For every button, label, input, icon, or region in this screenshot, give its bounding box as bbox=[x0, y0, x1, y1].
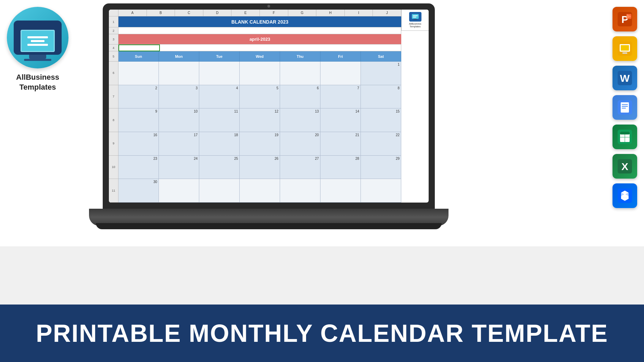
ss-body: 1 BLANK CALENDAR 2023 2 3 ap bbox=[109, 16, 429, 203]
row-2-cell bbox=[118, 27, 401, 34]
week-row-1: 6 1 bbox=[109, 62, 429, 85]
row-3-num: 3 bbox=[109, 34, 118, 44]
day-headers-row: 5 Sun Mon Tue Wed Thu Fri Sat bbox=[109, 51, 429, 62]
logo-stand bbox=[29, 55, 46, 59]
week2-wed: 5 bbox=[240, 85, 280, 109]
spreadsheet-title: BLANK CALENDAR 2023 bbox=[231, 19, 288, 25]
week6-sun: 30 bbox=[118, 179, 159, 203]
week6-wed bbox=[240, 179, 280, 203]
week2-sun: 2 bbox=[118, 85, 159, 109]
week1-fri bbox=[320, 62, 361, 85]
week5-mon: 24 bbox=[159, 156, 199, 179]
day-9: 9 bbox=[155, 109, 157, 113]
row-4: 4 bbox=[109, 44, 429, 51]
row-5-num: 5 bbox=[109, 51, 118, 62]
month-header-row: 3 april-2023 bbox=[109, 34, 429, 44]
powerpoint-icon[interactable]: P bbox=[613, 7, 637, 31]
week5-sun: 23 bbox=[118, 156, 159, 179]
day-28: 28 bbox=[355, 157, 359, 160]
svg-rect-1 bbox=[413, 15, 418, 16]
svg-rect-22 bbox=[620, 132, 630, 134]
week4-mon: 17 bbox=[159, 132, 199, 156]
svg-rect-4 bbox=[413, 20, 417, 20]
week2-tue: 4 bbox=[199, 85, 240, 109]
day-18: 18 bbox=[234, 133, 238, 137]
logo-base bbox=[24, 59, 51, 61]
day-16: 16 bbox=[153, 133, 157, 137]
day-27: 27 bbox=[315, 157, 319, 160]
row-2: 2 bbox=[109, 27, 429, 34]
week1-wed bbox=[240, 62, 280, 85]
row-num-spacer bbox=[109, 10, 118, 16]
col-header-f: F bbox=[260, 10, 288, 16]
logo-line-1 bbox=[27, 36, 48, 38]
ss-logo: AllBusinessTemplates bbox=[401, 10, 429, 31]
day-6: 6 bbox=[317, 86, 319, 90]
day-11: 11 bbox=[234, 109, 238, 113]
day-12: 12 bbox=[275, 109, 278, 113]
logo-line-3 bbox=[27, 44, 48, 46]
bottom-banner: PRINTABLE MONTHLY CALENDAR TEMPLATE bbox=[0, 305, 644, 362]
day-2: 2 bbox=[155, 86, 157, 90]
week6-sat bbox=[361, 179, 401, 203]
week-3-rownum: 8 bbox=[109, 108, 118, 132]
svg-rect-16 bbox=[621, 102, 629, 113]
day-header-thu: Thu bbox=[280, 51, 320, 62]
col-header-h: H bbox=[316, 10, 345, 16]
col-header-b: B bbox=[147, 10, 175, 16]
day-21: 21 bbox=[355, 133, 359, 137]
week-4-rownum: 9 bbox=[109, 132, 118, 156]
svg-rect-17 bbox=[622, 104, 628, 105]
week5-thu: 27 bbox=[280, 156, 320, 179]
week6-mon bbox=[159, 179, 199, 203]
week1-tue bbox=[199, 62, 240, 85]
week6-thu bbox=[280, 179, 320, 203]
week6-fri bbox=[320, 179, 361, 203]
week5-sat: 29 bbox=[361, 156, 401, 179]
col-header-e: E bbox=[231, 10, 260, 16]
logo-line-2 bbox=[31, 40, 45, 42]
week5-wed: 26 bbox=[240, 156, 280, 179]
word-icon[interactable]: W bbox=[613, 66, 637, 90]
google-sheets-icon[interactable] bbox=[613, 125, 637, 149]
week6-tue bbox=[199, 179, 240, 203]
excel-icon[interactable]: X bbox=[613, 154, 637, 179]
week-row-2: 7 2 3 4 5 6 7 8 bbox=[109, 85, 429, 109]
day-header-wed: Wed bbox=[240, 51, 280, 62]
day-13: 13 bbox=[315, 109, 319, 113]
banner-text: PRINTABLE MONTHLY CALENDAR TEMPLATE bbox=[36, 319, 608, 347]
day-header-tue: Tue bbox=[199, 51, 240, 62]
day-7: 7 bbox=[357, 86, 359, 90]
logo-circle bbox=[7, 7, 68, 68]
col-header-c: C bbox=[175, 10, 203, 16]
day-8: 8 bbox=[397, 86, 400, 90]
week-2-rownum: 7 bbox=[109, 85, 118, 109]
week4-sun: 16 bbox=[118, 132, 159, 156]
day-10: 10 bbox=[194, 109, 198, 113]
google-slides-icon[interactable] bbox=[613, 36, 637, 61]
week4-fri: 21 bbox=[320, 132, 361, 156]
week2-mon: 3 bbox=[159, 85, 199, 109]
day-30: 30 bbox=[153, 180, 157, 184]
week-1-rownum: 6 bbox=[109, 62, 118, 85]
week-row-5: 10 23 24 25 26 27 28 29 bbox=[109, 156, 429, 179]
svg-text:W: W bbox=[620, 73, 630, 84]
svg-rect-2 bbox=[413, 17, 416, 17]
title-row: 1 BLANK CALENDAR 2023 bbox=[109, 16, 429, 27]
day-header-sun: Sun bbox=[118, 51, 159, 62]
week-row-4: 9 16 17 18 19 20 21 22 bbox=[109, 132, 429, 156]
day-3: 3 bbox=[195, 86, 198, 90]
day-19: 19 bbox=[275, 133, 278, 137]
logo-inner bbox=[14, 21, 62, 55]
week-6-rownum: 11 bbox=[109, 179, 118, 203]
logo-area: AllBusiness Templates bbox=[7, 7, 68, 92]
laptop-container: AllBusinessTemplates A B C D E F G H I J bbox=[89, 3, 449, 236]
google-docs-icon[interactable] bbox=[613, 95, 637, 120]
svg-rect-19 bbox=[622, 108, 626, 108]
day-22: 22 bbox=[396, 133, 400, 137]
week3-sat: 15 bbox=[361, 108, 401, 132]
day-header-fri: Fri bbox=[320, 51, 361, 62]
col-header-i: I bbox=[345, 10, 373, 16]
svg-rect-0 bbox=[412, 14, 419, 19]
dropbox-icon[interactable] bbox=[613, 183, 637, 208]
